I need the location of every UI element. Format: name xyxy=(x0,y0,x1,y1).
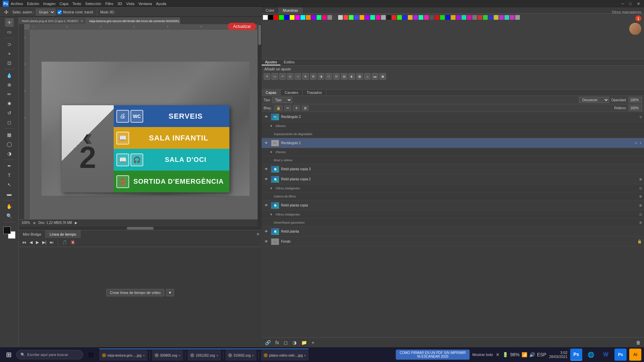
browser-icon[interactable]: 🌐 xyxy=(585,349,597,361)
tl-play[interactable]: ▶ xyxy=(35,239,40,245)
layer-fx-btn[interactable]: fx xyxy=(274,339,280,346)
layer-rectangulo2[interactable]: 👁 R2 Rectángulo 2 fx xyxy=(262,112,644,122)
adj-threshold[interactable]: △ xyxy=(364,73,371,80)
menu-ayuda[interactable]: Ayuda xyxy=(156,2,166,6)
adj-bw[interactable]: ◑ xyxy=(318,73,324,80)
search-bar[interactable]: 🔍 Escribe aquí para buscar xyxy=(16,350,83,359)
swatch-22[interactable] xyxy=(381,15,386,20)
close-button[interactable]: ✕ xyxy=(636,2,641,6)
canvas-content[interactable]: ‹ ‹ 2 🖨 WC SERVEIS xyxy=(30,29,262,228)
adj-posterize[interactable]: ▦ xyxy=(356,73,363,80)
layer-mask-btn[interactable]: ◻ xyxy=(282,339,289,346)
layer-vis-copia2[interactable]: 👁 xyxy=(264,177,269,182)
menu-3d[interactable]: 3D xyxy=(117,2,122,6)
swatch-41[interactable] xyxy=(483,15,488,20)
swatch-11[interactable] xyxy=(322,15,327,20)
menu-filtro[interactable]: Filtro xyxy=(105,2,113,6)
swatch-15[interactable] xyxy=(343,15,348,20)
pinned-file-1[interactable]: vieja-textura-gris-....jpg ∧ xyxy=(99,350,148,361)
adj-channelmixer[interactable]: ⊟ xyxy=(333,73,340,80)
show-all-btn[interactable]: Mostrar todo xyxy=(472,353,493,357)
layer-vis-copia[interactable]: 👁 xyxy=(264,203,269,208)
tl-prev-frame[interactable]: ◀ xyxy=(29,239,33,245)
adj-invert[interactable]: ◐ xyxy=(348,73,355,80)
word-icon[interactable]: W xyxy=(600,349,612,361)
swatch-0[interactable] xyxy=(263,15,268,20)
swatch-44[interactable] xyxy=(499,15,504,20)
adj-hue[interactable]: ⊕ xyxy=(302,73,309,80)
lock-all-btn[interactable]: 🔒 xyxy=(274,106,282,111)
tab-color[interactable]: Color xyxy=(262,7,279,13)
menu-capa[interactable]: Capa xyxy=(59,2,68,6)
task-view-btn[interactable]: ⊟ xyxy=(85,349,97,361)
swatch-42[interactable] xyxy=(488,15,493,20)
swatch-24[interactable] xyxy=(392,15,396,20)
tab-retol[interactable]: Retòl planta.png al 25% (Capa 0, RGB/8*)… xyxy=(19,17,86,24)
adj-brightness[interactable]: ☀ xyxy=(264,73,270,80)
layer-retol-copia3[interactable]: 👁 📄 Retòl planta copia 3 xyxy=(262,164,644,174)
layers-mode-select[interactable]: Oscurecer xyxy=(579,97,609,103)
swatch-6[interactable] xyxy=(295,15,300,20)
search-placeholder[interactable]: Escribe aquí para buscar xyxy=(27,353,68,357)
lock-art-btn[interactable]: ⊞ xyxy=(302,106,309,111)
minimize-button[interactable]: ─ xyxy=(620,2,626,6)
swatch-38[interactable] xyxy=(467,15,472,20)
menu-seleccion[interactable]: Selección xyxy=(85,2,101,6)
tl-goto-end[interactable]: ⏭ xyxy=(49,239,54,245)
adj-photofilter[interactable]: ⬡ xyxy=(325,73,332,80)
path-select-tool[interactable]: ↖ xyxy=(5,180,14,189)
swatch-45[interactable] xyxy=(504,15,509,20)
layer-retol-copia2[interactable]: 👁 📄 Retòl planta copia 2 ⊠ xyxy=(262,174,644,184)
layer-link-btn[interactable]: 🔗 xyxy=(264,339,272,346)
swatch-37[interactable] xyxy=(462,15,466,20)
swatch-30[interactable] xyxy=(424,15,429,20)
layer-fx-extra-rect1[interactable]: ✦ xyxy=(639,141,642,145)
actualizar-btn[interactable]: Actualizar xyxy=(228,23,256,30)
swatch-5[interactable] xyxy=(290,15,294,20)
swatch-46[interactable] xyxy=(510,15,515,20)
history-brush-tool[interactable]: ↺ xyxy=(5,109,14,117)
adj-selectivecolor[interactable]: ▣ xyxy=(379,73,386,80)
adj-colorbalance[interactable]: ⊞ xyxy=(310,73,317,80)
pinned-file-3-up[interactable]: ∧ xyxy=(216,354,218,357)
layer-sub-galeria-icon[interactable]: ⊞ xyxy=(639,195,642,198)
layer-vis-fondo[interactable]: 👁 xyxy=(264,239,269,244)
swatch-33[interactable] xyxy=(440,15,445,20)
swatch-20[interactable] xyxy=(370,15,375,20)
hscrollbar-thumb[interactable] xyxy=(127,227,154,230)
swatch-28[interactable] xyxy=(413,15,418,20)
brush-tool[interactable]: ✏ xyxy=(5,90,14,99)
layer-delete-btn[interactable]: 🗑 xyxy=(635,339,642,346)
layers-tipo-select[interactable]: Tipo xyxy=(272,97,292,103)
swatch-8[interactable] xyxy=(306,15,311,20)
dodge-tool[interactable]: ◑ xyxy=(5,149,14,158)
swatch-4[interactable] xyxy=(284,15,289,20)
swatch-39[interactable] xyxy=(472,15,477,20)
adj-vibrance[interactable]: ◇ xyxy=(294,73,301,80)
ps-taskbar-icon[interactable]: Ps xyxy=(570,349,582,361)
heal-tool[interactable]: ⊕ xyxy=(5,80,14,89)
canvas-area[interactable]: 1 2 3 4 5 6 7 8 1 2 3 4 ‹ ‹ xyxy=(24,24,262,228)
swatch-10[interactable] xyxy=(317,15,321,20)
layer-new-btn[interactable]: + xyxy=(310,339,316,346)
hide-notif-btn[interactable]: ✕ xyxy=(496,352,500,357)
move-tool-options[interactable]: ✛ xyxy=(2,9,10,15)
quick-select-tool[interactable]: ⌖ xyxy=(5,49,14,58)
sound-icon[interactable]: 🔊 xyxy=(529,352,535,357)
swatch-26[interactable] xyxy=(402,15,407,20)
hscrollbar[interactable] xyxy=(19,226,262,230)
status-arrow[interactable]: ▶ xyxy=(75,221,77,225)
tab-capas[interactable]: Capas xyxy=(262,89,281,96)
layer-rectangulo1[interactable]: 👁 R1 Rectángulo 1 fx ✦ xyxy=(262,138,644,148)
swatch-18[interactable] xyxy=(360,15,364,20)
tl-goto-start[interactable]: ⏮ xyxy=(21,239,27,245)
layers-fill-input[interactable]: 100% xyxy=(629,105,642,111)
swatch-36[interactable] xyxy=(456,15,461,20)
pinned-file-3[interactable]: 1691282.svg ∧ xyxy=(187,350,221,361)
tab-ajustes[interactable]: Ajustes xyxy=(262,59,280,65)
tab-mini-bridge[interactable]: Mini Bridge xyxy=(19,230,46,238)
layer-fondo[interactable]: 👁 bg Fondo 🔒 xyxy=(262,237,644,247)
tab-estilos[interactable]: Estilos xyxy=(280,59,298,65)
swatch-35[interactable] xyxy=(451,15,455,20)
lock-move-btn[interactable]: ✛ xyxy=(293,106,300,111)
